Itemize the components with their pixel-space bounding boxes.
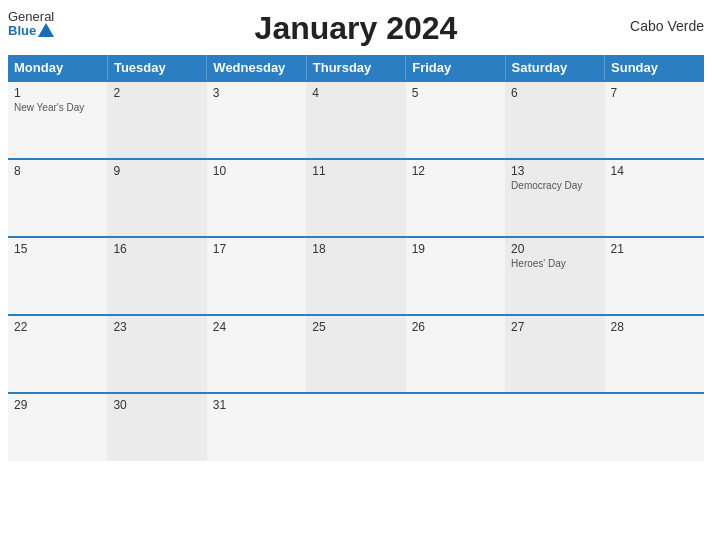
day-cell-w4-d4: 25: [306, 315, 405, 393]
day-number: 21: [611, 242, 698, 256]
day-cell-w5-d5: [406, 393, 505, 461]
day-number: 24: [213, 320, 300, 334]
day-cell-w3-d4: 18: [306, 237, 405, 315]
day-cell-w5-d4: [306, 393, 405, 461]
day-cell-w5-d6: [505, 393, 604, 461]
event-label: Democracy Day: [511, 180, 598, 191]
day-cell-w4-d5: 26: [406, 315, 505, 393]
day-number: 17: [213, 242, 300, 256]
day-cell-w3-d5: 19: [406, 237, 505, 315]
day-cell-w1-d5: 5: [406, 81, 505, 159]
day-number: 22: [14, 320, 101, 334]
day-number: 30: [113, 398, 200, 412]
day-number: 25: [312, 320, 399, 334]
day-cell-w5-d2: 30: [107, 393, 206, 461]
day-cell-w1-d4: 4: [306, 81, 405, 159]
day-number: 18: [312, 242, 399, 256]
day-cell-w3-d3: 17: [207, 237, 306, 315]
day-number: 10: [213, 164, 300, 178]
day-number: 7: [611, 86, 698, 100]
day-cell-w2-d1: 8: [8, 159, 107, 237]
day-cell-w4-d3: 24: [207, 315, 306, 393]
week-row-3: 151617181920Heroes' Day21: [8, 237, 704, 315]
day-number: 31: [213, 398, 300, 412]
day-number: 14: [611, 164, 698, 178]
day-number: 15: [14, 242, 101, 256]
calendar-header: General Blue January 2024 Cabo Verde: [8, 10, 704, 47]
day-number: 27: [511, 320, 598, 334]
day-cell-w2-d6: 13Democracy Day: [505, 159, 604, 237]
day-number: 26: [412, 320, 499, 334]
days-header-row: Monday Tuesday Wednesday Thursday Friday…: [8, 55, 704, 81]
day-number: 23: [113, 320, 200, 334]
day-number: 19: [412, 242, 499, 256]
day-cell-w3-d7: 21: [605, 237, 704, 315]
day-number: 3: [213, 86, 300, 100]
week-row-1: 1New Year's Day234567: [8, 81, 704, 159]
day-number: 29: [14, 398, 101, 412]
day-cell-w5-d7: [605, 393, 704, 461]
header-wednesday: Wednesday: [207, 55, 306, 81]
day-number: 5: [412, 86, 499, 100]
day-cell-w4-d7: 28: [605, 315, 704, 393]
day-cell-w1-d7: 7: [605, 81, 704, 159]
calendar-container: General Blue January 2024 Cabo Verde Mon…: [0, 0, 712, 550]
header-monday: Monday: [8, 55, 107, 81]
day-cell-w4-d6: 27: [505, 315, 604, 393]
day-cell-w1-d2: 2: [107, 81, 206, 159]
day-number: 1: [14, 86, 101, 100]
header-sunday: Sunday: [605, 55, 704, 81]
day-cell-w5-d3: 31: [207, 393, 306, 461]
calendar-table: Monday Tuesday Wednesday Thursday Friday…: [8, 55, 704, 461]
week-row-4: 22232425262728: [8, 315, 704, 393]
header-tuesday: Tuesday: [107, 55, 206, 81]
day-cell-w2-d5: 12: [406, 159, 505, 237]
day-cell-w1-d6: 6: [505, 81, 604, 159]
day-number: 12: [412, 164, 499, 178]
logo-triangle-icon: [38, 23, 54, 37]
day-cell-w3-d6: 20Heroes' Day: [505, 237, 604, 315]
day-number: 9: [113, 164, 200, 178]
day-number: 2: [113, 86, 200, 100]
week-row-2: 8910111213Democracy Day14: [8, 159, 704, 237]
day-cell-w2-d2: 9: [107, 159, 206, 237]
event-label: New Year's Day: [14, 102, 101, 113]
logo-general-text: General: [8, 10, 54, 23]
day-cell-w5-d1: 29: [8, 393, 107, 461]
day-cell-w2-d7: 14: [605, 159, 704, 237]
day-number: 28: [611, 320, 698, 334]
day-cell-w2-d4: 11: [306, 159, 405, 237]
country-label: Cabo Verde: [630, 18, 704, 34]
day-cell-w1-d1: 1New Year's Day: [8, 81, 107, 159]
day-number: 11: [312, 164, 399, 178]
day-cell-w3-d2: 16: [107, 237, 206, 315]
day-cell-w1-d3: 3: [207, 81, 306, 159]
month-title: January 2024: [255, 10, 458, 47]
day-number: 4: [312, 86, 399, 100]
day-cell-w4-d1: 22: [8, 315, 107, 393]
day-cell-w2-d3: 10: [207, 159, 306, 237]
day-number: 16: [113, 242, 200, 256]
day-number: 6: [511, 86, 598, 100]
logo: General Blue: [8, 10, 54, 38]
header-thursday: Thursday: [306, 55, 405, 81]
logo-blue-text: Blue: [8, 23, 54, 38]
day-number: 8: [14, 164, 101, 178]
week-row-5: 293031: [8, 393, 704, 461]
event-label: Heroes' Day: [511, 258, 598, 269]
header-friday: Friday: [406, 55, 505, 81]
day-cell-w4-d2: 23: [107, 315, 206, 393]
header-saturday: Saturday: [505, 55, 604, 81]
day-number: 20: [511, 242, 598, 256]
day-number: 13: [511, 164, 598, 178]
day-cell-w3-d1: 15: [8, 237, 107, 315]
